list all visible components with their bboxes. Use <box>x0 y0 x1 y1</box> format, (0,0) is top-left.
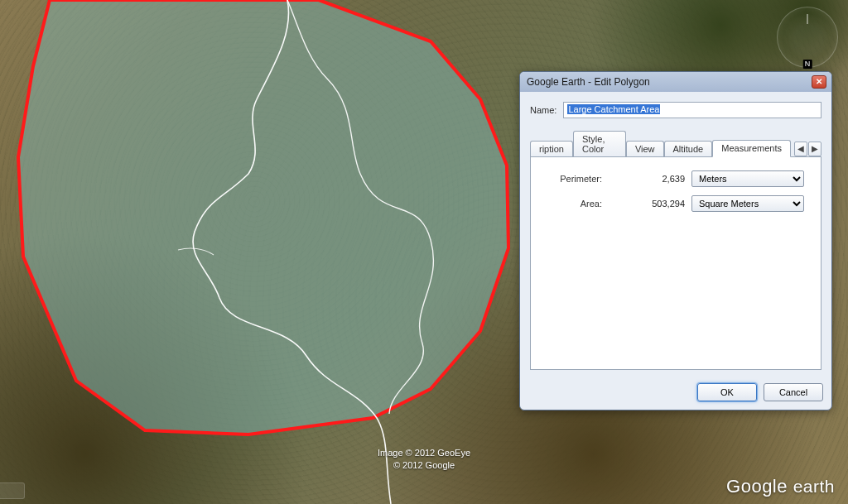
tab-scroll-prev[interactable]: ◀ <box>794 142 807 156</box>
tabs-container: ription Style, Color View Altitude Measu… <box>530 130 822 370</box>
compass-north-label: N <box>803 60 812 69</box>
compass-widget[interactable]: N <box>777 7 838 68</box>
ok-button[interactable]: OK <box>697 383 757 401</box>
attribution-line-1: Image © 2012 GeoEye <box>378 447 470 458</box>
area-unit-select[interactable]: Square Meters <box>691 195 804 212</box>
dialog-button-row: OK Cancel <box>520 377 831 410</box>
area-value: 503,294 <box>607 199 691 209</box>
tab-style-color[interactable]: Style, Color <box>573 131 626 157</box>
area-label: Area: <box>542 199 607 209</box>
name-row: Name: Large Catchment Area <box>530 102 822 118</box>
name-label: Name: <box>530 105 556 115</box>
dialog-title: Google Earth - Edit Polygon <box>527 76 650 88</box>
perimeter-value: 2,639 <box>607 174 691 184</box>
close-icon: ✕ <box>816 78 822 86</box>
google-earth-watermark: Google earth <box>726 478 835 496</box>
name-input[interactable]: Large Catchment Area <box>563 102 822 118</box>
tab-altitude[interactable]: Altitude <box>664 141 713 157</box>
name-input-value: Large Catchment Area <box>567 104 660 114</box>
tab-scroll-next[interactable]: ▶ <box>808 142 822 156</box>
area-row: Area: 503,294 Square Meters <box>542 195 809 212</box>
tab-view[interactable]: View <box>626 141 664 157</box>
perimeter-unit-select[interactable]: Meters <box>691 170 804 187</box>
attribution-line-2: © 2012 Google <box>378 459 470 471</box>
watermark-product-text: earth <box>793 477 835 496</box>
chevron-right-icon: ▶ <box>812 145 818 153</box>
perimeter-row: Perimeter: 2,639 Meters <box>542 170 809 187</box>
tab-panel-measurements: Perimeter: 2,639 Meters Area: 503,294 Sq… <box>530 156 822 370</box>
chevron-left-icon: ◀ <box>797 145 804 153</box>
dialog-body: Name: Large Catchment Area ription Style… <box>520 92 831 377</box>
bottom-left-control[interactable] <box>0 482 25 499</box>
close-button[interactable]: ✕ <box>812 75 826 89</box>
tab-measurements[interactable]: Measurements <box>712 140 791 157</box>
tab-description[interactable]: ription <box>530 141 573 157</box>
edit-polygon-dialog: Google Earth - Edit Polygon ✕ Name: Larg… <box>519 71 832 410</box>
tab-scroll-nav: ◀ ▶ <box>794 142 822 156</box>
dialog-titlebar[interactable]: Google Earth - Edit Polygon ✕ <box>520 72 831 92</box>
perimeter-label: Perimeter: <box>542 174 607 184</box>
cancel-button[interactable]: Cancel <box>764 383 823 401</box>
watermark-brand: Google <box>726 476 788 497</box>
tab-strip: ription Style, Color View Altitude Measu… <box>530 130 822 156</box>
map-viewport[interactable]: N Image © 2012 GeoEye © 2012 Google Goog… <box>0 0 848 504</box>
imagery-attribution: Image © 2012 GeoEye © 2012 Google <box>378 447 470 471</box>
